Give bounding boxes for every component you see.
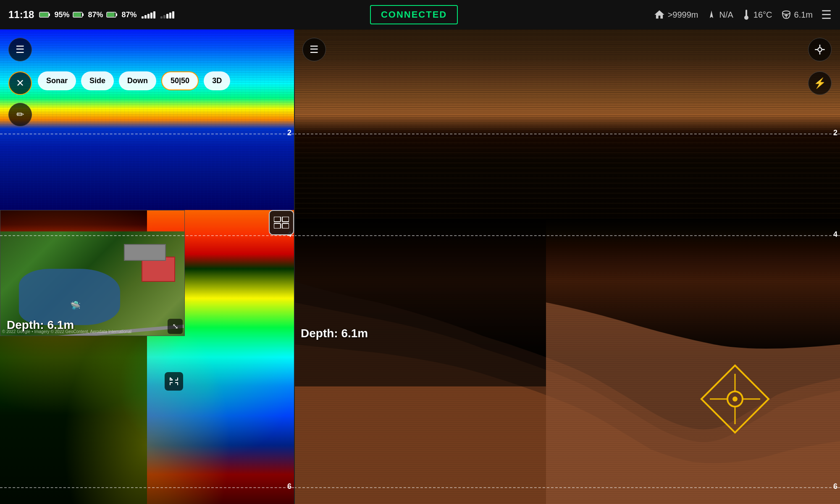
svg-rect-16 [274, 223, 281, 228]
depth-line-2-right: 2 [294, 134, 840, 134]
home-distance: >9999m [654, 9, 698, 21]
status-bar: 11:18 95% 87% 87% CONNECTED [0, 0, 840, 29]
depth-line-4: 4 [0, 235, 294, 236]
svg-rect-22 [294, 218, 546, 386]
depth-line-2: 2 [0, 134, 294, 134]
expand-icon: ⤡ [172, 322, 178, 331]
line4-label-right: 4 [833, 230, 837, 239]
temp-icon [742, 9, 751, 21]
signal-group2 [160, 11, 174, 18]
crosshair-svg [697, 361, 773, 437]
depth-value: 6.1m [794, 10, 813, 20]
svg-rect-8 [107, 13, 115, 17]
line6-label-left: 6 [287, 482, 291, 491]
sonar-tab-bar: Sonar Side Down 50|50 3D [38, 71, 230, 90]
map-water [19, 269, 120, 325]
panel-divider [294, 29, 295, 504]
svg-rect-14 [274, 217, 281, 222]
depth-display: 6.1m [781, 9, 813, 20]
battery-group: 95% 87% 87% [39, 10, 136, 19]
bearing-display: N/A [706, 10, 733, 20]
svg-point-11 [782, 11, 790, 14]
svg-rect-4 [82, 13, 84, 16]
menu-icon[interactable]: ☰ [821, 8, 832, 22]
signal-group [142, 11, 155, 18]
distance-value: >9999m [668, 10, 698, 20]
sonar-display [0, 29, 294, 210]
depth-label-right: Depth: 6.1m [301, 327, 368, 340]
camera-icon [274, 217, 289, 228]
home-icon [654, 9, 665, 21]
status-right: >9999m N/A 16°C 6.1m ☰ [654, 8, 832, 22]
close-icon: ✕ [16, 77, 24, 89]
tab-50-50[interactable]: 50|50 [161, 71, 199, 90]
svg-point-23 [818, 47, 822, 51]
svg-rect-21 [294, 29, 840, 218]
depth-line-6: 6 [0, 487, 294, 488]
compress-button[interactable] [165, 372, 183, 391]
status-left: 11:18 95% 87% 87% [8, 9, 174, 21]
svg-point-34 [732, 396, 738, 402]
camera-button[interactable] [269, 210, 294, 235]
location-button[interactable] [808, 38, 832, 61]
right-panel: 2 4 6 Depth: 6.1m ☰ ⚡ [294, 29, 840, 504]
menu-button-left[interactable]: ☰ [8, 38, 32, 61]
svg-rect-7 [116, 13, 117, 16]
line6-label-right: 6 [833, 482, 837, 491]
depth-line-6-right: 6 [294, 487, 840, 488]
svg-rect-2 [40, 13, 48, 17]
tab-sonar[interactable]: Sonar [38, 71, 76, 90]
scan-lines-svg [294, 29, 840, 218]
bearing-icon [706, 10, 717, 20]
battery2-icon [73, 11, 84, 18]
depth-label-left: Depth: 6.1m [7, 318, 74, 332]
menu-icon-right: ☰ [310, 44, 319, 55]
menu-button-right[interactable]: ☰ [302, 38, 326, 61]
line2-label-right: 2 [833, 129, 837, 137]
temperature-display: 16°C [742, 9, 772, 21]
tab-side[interactable]: Side [81, 71, 114, 90]
temp-value: 16°C [753, 10, 772, 20]
svg-rect-15 [282, 217, 289, 222]
svg-rect-5 [74, 13, 81, 17]
flash-button[interactable]: ⚡ [808, 71, 832, 95]
svg-rect-1 [49, 13, 50, 16]
edit-icon: ✏ [16, 109, 24, 120]
depth-line-4-right: 4 [294, 235, 840, 236]
map-expand-button[interactable]: ⤡ [168, 319, 183, 334]
edit-button[interactable]: ✏ [8, 103, 32, 126]
compress-icon [169, 377, 178, 386]
close-button[interactable]: ✕ [8, 71, 32, 95]
tab-down[interactable]: Down [119, 71, 156, 90]
svg-point-10 [744, 16, 748, 20]
crosshair [697, 361, 773, 437]
map-building2 [124, 244, 166, 261]
bearing-value: N/A [719, 10, 733, 20]
drone-marker: 🛸 [70, 300, 80, 310]
right-sonar-display [294, 29, 840, 218]
connected-badge: CONNECTED [370, 5, 458, 24]
left-panel: 2 4 6 Depth: 6.1m 🗺 MAP ◎ COMPASS 🛸 [0, 29, 294, 504]
battery2-pct: 87% [88, 10, 103, 19]
depth-icon [781, 9, 792, 20]
map-overlay: 🗺 MAP ◎ COMPASS 🛸 Google ⤡ © 2022 Google… [0, 210, 185, 336]
menu-icon-left: ☰ [16, 44, 25, 55]
battery3-pct: 87% [121, 10, 136, 19]
svg-rect-17 [282, 223, 289, 228]
battery3-icon [106, 11, 118, 18]
tab-3d[interactable]: 3D [204, 71, 230, 90]
battery1-pct: 95% [54, 10, 69, 19]
time-display: 11:18 [8, 9, 34, 21]
line2-label-left: 2 [287, 129, 291, 137]
flash-icon: ⚡ [814, 77, 826, 89]
battery1-icon [39, 11, 51, 18]
svg-rect-9 [746, 10, 747, 16]
location-icon [814, 44, 826, 55]
